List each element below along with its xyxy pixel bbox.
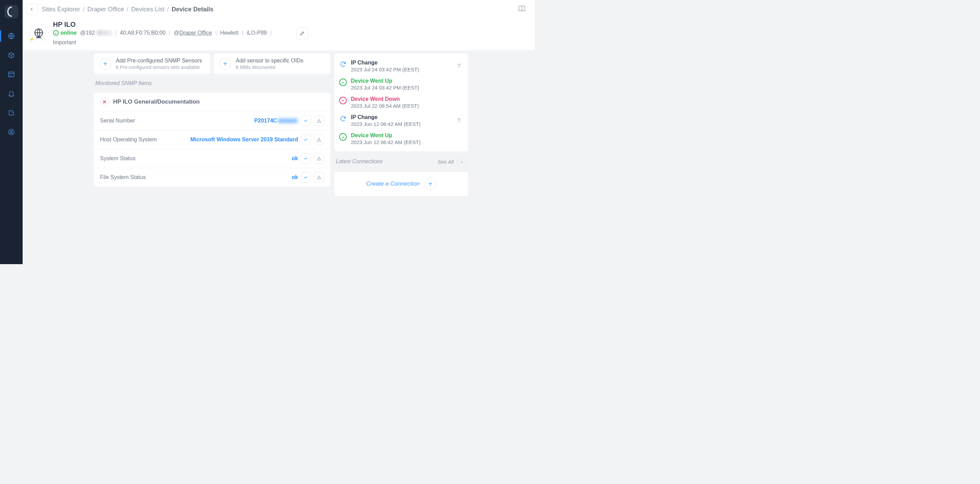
plus-icon: + [425,178,436,190]
sidebar-item-globe[interactable] [0,27,22,45]
back-button[interactable] [26,3,38,15]
event-device-up: Device Went Up 2023 Jun 12 06:42 AM (EES… [338,129,462,148]
meta-sep: | [115,30,116,36]
alert-icon[interactable] [314,172,324,182]
up-icon [339,133,347,141]
plus-icon: + [99,58,111,70]
event-title: Device Went Up [351,133,461,139]
sidebar-item-cube[interactable] [0,47,22,64]
event-title: Device Went Up [351,78,461,84]
event-title: IP Change [351,60,453,66]
help-icon[interactable]: ? [457,118,461,124]
device-meta: online @192 16.5.1 | 40:A8:F0:75:B0:00 |… [53,30,291,46]
add-card-title: Add Pre-configured SNMP Sensors [116,58,202,64]
sidebar-item-alerts[interactable] [0,85,22,102]
add-card-subtitle: 6 MIBs discovered [236,64,303,70]
row-value: Microsoft Windows Server 2019 Standard [190,137,298,143]
snmp-row-host-os: Host Operating System Microsoft Windows … [94,130,330,149]
event-title: Device Went Down [351,96,461,102]
alert-icon[interactable] [314,153,324,164]
chart-icon[interactable] [301,172,311,182]
sidebar-item-profile[interactable] [0,123,22,141]
device-title: HP ILO [53,21,291,29]
monitored-snmp-heading: Monitored SNMP Items [94,78,330,88]
svg-point-3 [10,130,12,133]
add-card-subtitle: 6 Pre-configured sensors sets available [116,64,202,70]
sync-icon [339,115,347,123]
lightning-icon: ⚡ [28,36,35,43]
chart-icon[interactable] [301,153,311,164]
row-label: Host Operating System [100,137,157,143]
chevron-right-icon[interactable]: › [457,157,467,166]
sidebar-item-plugin[interactable] [0,104,22,121]
create-connection-label: Create a Connection [366,181,420,187]
help-icon[interactable]: ? [457,63,461,69]
add-oid-sensor-card[interactable]: + Add sensor to specific OIDs 6 MIBs dis… [214,54,330,74]
breadcrumb-sep: / [127,6,129,13]
meta-sep: | [215,30,216,36]
event-ip-change: IP Change 2023 Jun 12 06:42 AM (EEST) ? [338,112,462,129]
chart-icon[interactable] [301,116,311,126]
device-type-icon: ⚡ [29,24,48,43]
latest-connections-title: Latest Connections [336,158,383,165]
device-importance: Important [53,40,76,46]
sidebar [0,0,22,264]
device-ip: @192 16.5.1 [80,30,112,36]
chart-icon[interactable] [301,134,311,145]
device-vendor: Hewlett [220,30,239,36]
status-up-icon [53,30,59,36]
sidebar-item-dashboard[interactable] [0,66,22,83]
alert-icon[interactable] [314,116,324,126]
snmp-row-file-system-status: File System Status ok [94,168,330,187]
breadcrumb-sep: / [83,6,84,13]
event-time: 2023 Jun 12 06:42 AM (EEST) [351,139,461,145]
event-time: 2023 Jul 24 03:42 PM (EEST) [351,85,461,91]
breadcrumb-draper-office[interactable]: Draper Office [88,6,124,13]
row-label: System Status [100,155,135,161]
snmp-panel-title: HP ILO General/Documentation [113,99,200,105]
event-time: 2023 Jul 22 08:54 AM (EEST) [351,103,461,109]
event-title: IP Change [351,114,453,120]
status-text: online [60,30,77,36]
meta-sep: | [270,30,272,36]
topbar: Sites Explorer / Draper Office / Devices… [22,0,535,19]
device-location[interactable]: @Draper Office [174,30,212,36]
device-model: iLO-P89 [247,30,267,36]
plus-icon: + [219,58,231,70]
add-card-title: Add sensor to specific OIDs [236,58,303,64]
device-header: ⚡ HP ILO online @192 16.5.1 | 40:A8:F0:7… [22,19,535,51]
breadcrumb-devices-list[interactable]: Devices List [131,6,164,13]
create-connection-card[interactable]: Create a Connection + [334,172,468,196]
remove-sensor-button[interactable]: ✕ [100,97,109,106]
row-value: P20174Cxxxxxx [254,118,298,124]
event-ip-change: IP Change 2023 Jul 24 03:42 PM (EEST) ? [338,57,462,75]
breadcrumb-sites-explorer[interactable]: Sites Explorer [42,6,80,13]
see-all-link[interactable]: See All [438,159,454,165]
down-icon [339,97,347,104]
snmp-row-serial: Serial Number P20174Cxxxxxx [94,111,330,130]
breadcrumb: Sites Explorer / Draper Office / Devices… [42,6,213,13]
edit-button[interactable] [296,27,309,40]
event-device-up: Device Went Up 2023 Jul 24 03:42 PM (EES… [338,75,462,93]
row-label: Serial Number [100,118,135,124]
status-badge: online [53,30,77,36]
event-timeline: IP Change 2023 Jul 24 03:42 PM (EEST) ? … [334,54,468,151]
alert-icon[interactable] [314,134,324,145]
meta-sep: | [169,30,170,36]
event-time: 2023 Jun 12 06:42 AM (EEST) [351,121,453,127]
app-logo[interactable] [5,5,18,19]
breadcrumb-sep: / [167,6,169,13]
event-device-down: Device Went Down 2023 Jul 22 08:54 AM (E… [338,93,462,112]
snmp-row-system-status: System Status ok [94,149,330,168]
add-preconfigured-sensors-card[interactable]: + Add Pre-configured SNMP Sensors 6 Pre-… [94,54,210,74]
meta-sep: | [242,30,243,36]
event-time: 2023 Jul 24 03:42 PM (EEST) [351,67,453,72]
content-area: + Add Pre-configured SNMP Sensors 6 Pre-… [22,51,535,264]
row-label: File System Status [100,174,146,181]
device-mac: 40:A8:F0:75:B0:00 [120,30,165,36]
latest-connections-header: Latest Connections See All › [334,155,468,168]
snmp-panel: ✕ HP ILO General/Documentation Serial Nu… [94,93,330,187]
up-icon [339,78,347,86]
docs-icon[interactable] [517,4,526,14]
sync-icon [339,61,347,68]
